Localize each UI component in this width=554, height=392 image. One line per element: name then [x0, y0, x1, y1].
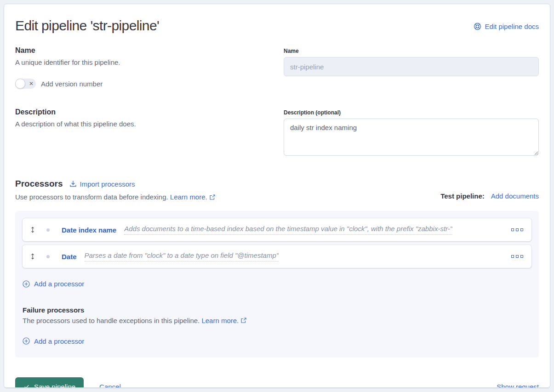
help-ring-icon [474, 23, 481, 30]
plus-in-circle-icon [23, 280, 30, 288]
processors-subtitle: Use processors to transform data before … [15, 193, 215, 201]
import-processors-link[interactable]: Import processors [69, 180, 135, 188]
name-group-info: Name A unique identifier for this pipeli… [15, 46, 278, 89]
failure-processors-description: The processors used to handle exceptions… [23, 317, 531, 324]
processors-learn-more-link[interactable]: Learn more. [170, 193, 215, 201]
processors-panel: Date index name Adds documents to a time… [15, 211, 539, 358]
processor-description-inline-edit[interactable]: Adds documents to a time-based index bas… [124, 225, 452, 235]
drag-handle-icon[interactable] [29, 226, 36, 233]
processor-status-dot [46, 228, 50, 232]
processor-description-inline-edit[interactable]: Parses a date from "clock" to a date typ… [85, 251, 279, 261]
failure-processors-heading: Failure processors [23, 306, 531, 314]
boxes-horizontal-icon [511, 228, 514, 231]
name-group-heading: Name [15, 46, 278, 55]
description-form-group: Description A description of what this p… [15, 108, 539, 158]
save-pipeline-label: Save pipeline [34, 383, 75, 388]
name-field-column: Name [284, 46, 539, 89]
processors-header-row: Processors Import processors Use process… [15, 179, 539, 201]
edit-pipeline-docs-link[interactable]: Edit pipeline docs [474, 23, 539, 30]
toggle-off-x-icon: ✕ [29, 81, 34, 86]
edit-pipeline-docs-label: Edit pipeline docs [485, 23, 539, 30]
description-field-label: Description (optional) [284, 109, 341, 116]
add-processor-label: Add a processor [34, 280, 84, 288]
test-pipeline-label: Test pipeline: [440, 192, 485, 200]
name-form-group: Name A unique identifier for this pipeli… [15, 46, 539, 89]
external-link-icon [241, 318, 246, 323]
processor-status-dot [46, 255, 50, 258]
drag-handle-icon[interactable] [29, 253, 36, 260]
toggle-thumb [15, 79, 25, 89]
version-toggle-row: ✕ Add version number [15, 79, 278, 89]
pipeline-name-input[interactable] [284, 57, 539, 76]
show-request-link[interactable]: Show request [497, 383, 539, 388]
version-toggle-label: Add version number [41, 80, 103, 88]
description-group-heading: Description [15, 108, 278, 116]
add-version-toggle[interactable]: ✕ [15, 79, 36, 89]
add-failure-processor-label: Add a processor [34, 337, 84, 345]
page-header: Edit pipeline 'str-pipeline' Edit pipeli… [15, 18, 539, 34]
processors-header-left: Processors Import processors Use process… [15, 179, 215, 201]
check-icon [23, 383, 30, 388]
import-icon [69, 180, 77, 187]
plus-in-circle-icon [23, 337, 30, 345]
failure-learn-more-link[interactable]: Learn more. [201, 317, 246, 324]
test-pipeline-row: Test pipeline: Add documents [440, 192, 539, 201]
processor-name-link[interactable]: Date [62, 253, 77, 261]
name-field-label: Name [284, 48, 299, 54]
import-processors-label: Import processors [80, 180, 135, 188]
add-failure-processor-link[interactable]: Add a processor [23, 337, 84, 345]
description-field-column: Description (optional) daily str index n… [284, 108, 539, 158]
processors-heading: Processors [15, 179, 63, 189]
footer-actions: Save pipeline Cancel Show request [15, 377, 539, 388]
processor-name-link[interactable]: Date index name [62, 226, 116, 234]
edit-pipeline-page: Edit pipeline 'str-pipeline' Edit pipeli… [4, 4, 550, 388]
processor-item-date-index-name: Date index name Adds documents to a time… [23, 218, 531, 241]
add-processor-link[interactable]: Add a processor [23, 280, 84, 288]
processor-menu-button[interactable] [510, 252, 524, 261]
description-group-info: Description A description of what this p… [15, 108, 278, 158]
processors-subtitle-text: Use processors to transform data before … [15, 193, 168, 201]
processor-item-date: Date Parses a date from "clock" to a dat… [23, 245, 531, 268]
page-title: Edit pipeline 'str-pipeline' [15, 18, 159, 34]
name-group-description: A unique identifier for this pipeline. [15, 58, 278, 66]
boxes-horizontal-icon [511, 255, 514, 258]
pipeline-description-textarea[interactable]: daily str index naming [284, 119, 539, 156]
failure-processors-description-text: The processors used to handle exceptions… [23, 317, 200, 324]
add-documents-link[interactable]: Add documents [491, 192, 539, 200]
processor-menu-button[interactable] [510, 226, 524, 234]
save-pipeline-button[interactable]: Save pipeline [15, 377, 84, 388]
external-link-icon [210, 194, 215, 200]
description-group-description: A description of what this pipeline does… [15, 120, 278, 128]
cancel-link[interactable]: Cancel [99, 383, 121, 388]
failure-learn-more-label: Learn more. [201, 317, 239, 324]
processors-learn-more-label: Learn more. [170, 193, 207, 201]
